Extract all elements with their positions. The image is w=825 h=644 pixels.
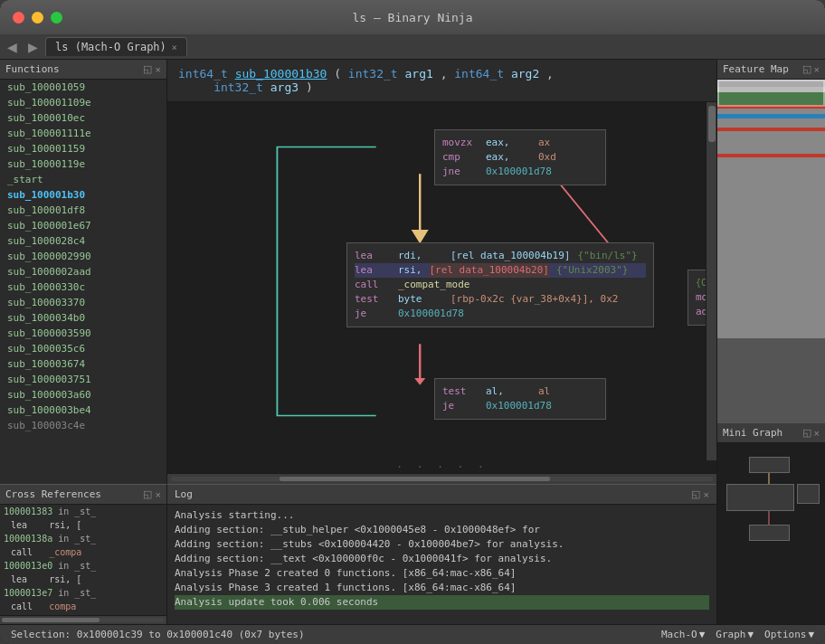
list-item[interactable]: sub_1000002aad (0, 264, 166, 279)
list-item[interactable]: sub_10000330c (0, 279, 166, 295)
list-item[interactable]: sub_100001159 (0, 141, 166, 156)
list-item[interactable]: sub_1000003590 (0, 326, 166, 341)
feature-map-close-icon[interactable]: × (814, 63, 820, 75)
cross-refs-close-icon[interactable]: × (156, 488, 161, 500)
feature-map-panel: Feature Map ◱ × (717, 60, 825, 422)
app-window: ls — Binary Ninja ◀ ▶ ls (Mach-O Graph) … (0, 0, 825, 644)
mini-graph-panel: Mini Graph ◱ × (717, 422, 825, 624)
list-item[interactable]: sub_100003674 (0, 356, 166, 372)
functions-close-icon[interactable]: × (156, 63, 161, 75)
tab-graph[interactable]: ls (Mach-O Graph) × (45, 37, 187, 56)
return-type: int64_t (178, 67, 235, 80)
list-item[interactable]: sub_1000010ec (0, 110, 166, 126)
asm-block-1: movzx eax, ax cmp eax, 0xd jne 0x100001d… (434, 129, 606, 185)
jump-target: 0x100001d78 (486, 165, 552, 179)
content-area: Functions ◱ × sub_100001059 sub_10000110… (0, 60, 825, 624)
functions-header: Functions ◱ × (0, 60, 166, 80)
list-item[interactable]: call _compa (0, 545, 166, 559)
cross-refs-float-icon[interactable]: ◱ (143, 488, 152, 500)
close-button[interactable] (13, 12, 24, 24)
main-container: ◀ ▶ ls (Mach-O Graph) × Functions ◱ × (0, 34, 825, 644)
mnemonic: test (442, 384, 479, 399)
list-item[interactable]: 10000138a in _st_ (0, 532, 166, 545)
feature-map-title: Feature Map (723, 63, 789, 75)
maximize-button[interactable] (51, 12, 62, 24)
list-item[interactable]: lea rsi, [ (0, 573, 166, 586)
statusbar: Selection: 0x100001c39 to 0x100001c40 (0… (0, 624, 825, 644)
list-item[interactable]: lea rsi, [ (0, 518, 166, 532)
list-item[interactable]: sub_1000034b0 (0, 310, 166, 326)
list-item[interactable]: sub_100001059 (0, 80, 166, 95)
log-header: Log ◱ × (167, 485, 716, 505)
minimize-button[interactable] (32, 12, 43, 24)
back-button[interactable]: ◀ (4, 38, 21, 56)
mnemonic: test (355, 292, 391, 307)
operand1: eax, (486, 150, 531, 165)
mini-graph-close-icon[interactable]: × (814, 427, 820, 439)
asm-line: je 0x100001d78 (442, 399, 598, 413)
list-item[interactable]: _start (0, 172, 166, 187)
forward-button[interactable]: ▶ (24, 38, 42, 56)
operand2: [rel data_100004b19] (450, 249, 570, 263)
tabbar: ◀ ▶ ls (Mach-O Graph) × (0, 34, 825, 60)
graph-vscrollbar[interactable] (706, 102, 716, 460)
log-panel: Log ◱ × Analysis starting... Adding sect… (167, 485, 716, 624)
sig-paren-close: ) (306, 80, 313, 94)
param1-type: int32_t (348, 67, 405, 80)
statusbar-right: Mach-O ▼ Graph ▼ Options ▼ (661, 629, 814, 640)
list-item[interactable]: sub_100001109e (0, 95, 166, 110)
window-title: ls — Binary Ninja (352, 11, 472, 24)
functions-panel: Functions ◱ × sub_100001059 sub_10000110… (0, 60, 167, 484)
fmap-stripe (717, 92, 825, 105)
list-item[interactable]: 100001383 in _st_ (0, 505, 166, 518)
log-title: Log (175, 488, 193, 500)
cross-refs-hscrollbar[interactable] (0, 615, 166, 624)
options-menu[interactable]: Options ▼ (764, 629, 814, 640)
feature-map-float-icon[interactable]: ◱ (802, 63, 811, 75)
list-item[interactable]: sub_1000028c4 (0, 233, 166, 249)
log-float-icon[interactable]: ◱ (691, 488, 700, 500)
list-item[interactable]: sub_1000003be4 (0, 402, 166, 418)
list-item[interactable]: sub_1000003a60 (0, 387, 166, 402)
list-item[interactable]: sub_1000002990 (0, 249, 166, 264)
log-close-icon[interactable]: × (704, 488, 709, 500)
scroll-track (171, 477, 713, 481)
list-item[interactable]: call compa (0, 600, 166, 613)
asm-line: test al, al (442, 384, 598, 399)
list-item[interactable]: 1000013e7 in _st_ (0, 586, 166, 600)
mnemonic: lea (355, 263, 391, 278)
options-label: Options (764, 629, 806, 640)
graph-area: int64_t sub_100001b30 ( int32_t arg1 , i… (167, 60, 716, 624)
sig-paren-open: ( (334, 67, 341, 80)
list-item[interactable]: sub_100003370 (0, 295, 166, 310)
log-line: Adding section: __text <0x100000f0c - 0x… (175, 552, 709, 566)
arch-menu[interactable]: Mach-O ▼ (661, 629, 705, 640)
list-item-active[interactable]: sub_100001b30 (0, 187, 166, 203)
list-item[interactable]: sub_1000001e67 (0, 218, 166, 233)
svg-marker-2 (414, 378, 425, 385)
asm-line: movzx eax, ax (442, 136, 598, 150)
mnemonic: movzx (442, 136, 479, 150)
list-item[interactable]: sub_1000035c6 (0, 341, 166, 356)
mnemonic: jne (442, 165, 479, 179)
cross-refs-list: 100001383 in _st_ lea rsi, [ 10000138a i… (0, 505, 166, 615)
log-line: Analysis starting... (175, 508, 709, 523)
mini-graph-float-icon[interactable]: ◱ (802, 427, 811, 439)
graph-canvas[interactable]: movzx eax, ax cmp eax, 0xd jne 0x100001d… (167, 102, 716, 460)
list-item[interactable]: sub_1000003751 (0, 372, 166, 387)
asm-block-2: lea rdi, [rel data_100004b19] {"bin/ls"}… (346, 242, 654, 327)
tab-close-icon[interactable]: × (172, 43, 177, 52)
scroll-thumb (2, 618, 100, 622)
list-item[interactable]: sub_100003c4e (0, 418, 166, 433)
functions-float-icon[interactable]: ◱ (143, 63, 152, 75)
graph-menu[interactable]: Graph ▼ (716, 629, 754, 640)
list-item[interactable]: sub_100001df8 (0, 203, 166, 218)
param3-type: int32_t (213, 80, 270, 94)
list-item[interactable]: 1000013e0 in _st_ (0, 559, 166, 573)
list-item[interactable]: sub_100001111e (0, 126, 166, 141)
fmap-stripe (717, 131, 825, 154)
mnemonic: je (355, 307, 391, 321)
feature-map-header: Feature Map ◱ × (717, 60, 825, 80)
graph-hscrollbar[interactable] (167, 473, 716, 484)
list-item[interactable]: sub_10000119e (0, 156, 166, 172)
